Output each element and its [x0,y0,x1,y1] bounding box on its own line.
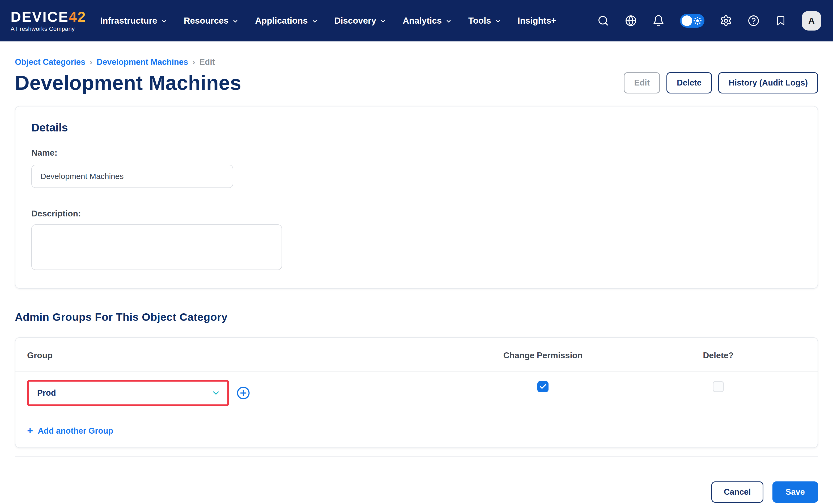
menu-item-infrastructure[interactable]: Infrastructure [100,16,167,26]
breadcrumb-separator: › [90,57,92,67]
menu-item-insights-plus[interactable]: Insights+ [518,16,556,26]
bookmark-icon[interactable] [775,15,786,26]
chevron-down-icon [495,18,501,24]
top-nav-bar: DEVICE42 A Freshworks Company Infrastruc… [0,0,833,42]
chevron-down-icon [211,388,220,398]
group-select[interactable]: Prod [29,382,228,404]
globe-icon[interactable] [625,15,637,27]
page-title: Development Machines [15,71,241,94]
menu-item-resources[interactable]: Resources [184,16,239,26]
help-icon[interactable] [747,15,760,27]
cancel-button[interactable]: Cancel [711,481,763,503]
delete-checkbox[interactable] [713,381,724,392]
change-permission-cell [455,380,630,392]
plus-circle-icon [236,386,250,400]
group-select-value: Prod [37,388,56,398]
details-divider [31,200,802,200]
name-input[interactable] [31,165,233,188]
page-actions: Edit Delete History (Audit Logs) [624,72,818,94]
history-audit-logs-button[interactable]: History (Audit Logs) [718,72,818,94]
menu-item-tools[interactable]: Tools [468,16,501,26]
add-another-group-link[interactable]: + Add another Group [27,426,113,436]
add-row: + Add another Group [16,417,817,448]
details-card: Details Name: Description: [15,106,818,289]
breadcrumb-development-machines[interactable]: Development Machines [97,57,188,67]
column-header-delete: Delete? [630,351,806,360]
add-group-button[interactable] [236,386,250,400]
add-another-group-label: Add another Group [38,426,113,436]
chevron-down-icon [161,18,167,24]
group-select-highlight: Prod [27,380,229,406]
chevron-down-icon [232,18,239,24]
plus-icon: + [27,426,33,436]
chevron-down-icon [446,18,452,24]
page-divider [15,456,818,457]
logo-tagline: A Freshworks Company [10,26,86,32]
menu-item-analytics[interactable]: Analytics [403,16,452,26]
breadcrumb: Object Categories › Development Machines… [15,57,818,67]
breadcrumb-current-edit: Edit [199,57,215,67]
delete-cell [630,380,806,392]
breadcrumb-separator: › [192,57,195,67]
main-menu: Infrastructure Resources Applications Di… [100,16,556,26]
table-header-row: Group Change Permission Delete? [16,338,817,371]
description-textarea[interactable] [31,224,282,270]
app-root: DEVICE42 A Freshworks Company Infrastruc… [0,0,833,504]
chevron-down-icon [380,18,386,24]
table-row: Prod [16,371,817,417]
bell-icon[interactable] [652,15,665,27]
edit-button[interactable]: Edit [624,72,660,94]
logo-accent-42: 42 [69,9,86,25]
details-heading: Details [31,121,802,134]
group-cell: Prod [27,380,455,406]
avatar[interactable]: A [802,11,821,30]
delete-button[interactable]: Delete [666,72,712,94]
menu-item-applications[interactable]: Applications [255,16,318,26]
breadcrumb-object-categories[interactable]: Object Categories [15,57,85,67]
chevron-down-icon [312,18,318,24]
save-button[interactable]: Save [772,481,818,503]
admin-groups-heading: Admin Groups For This Object Category [15,311,818,323]
description-label: Description: [31,209,802,219]
footer-actions: Cancel Save [15,481,818,504]
name-label: Name: [31,148,802,158]
device42-logo[interactable]: DEVICE42 A Freshworks Company [10,9,86,32]
nav-utility-icons: A [597,11,821,30]
gear-icon[interactable] [720,15,732,27]
checkmark-icon [539,383,547,390]
logo-wordmark: DEVICE42 [10,9,86,24]
main-content: Object Categories › Development Machines… [0,57,833,504]
page-header: Development Machines Edit Delete History… [15,71,818,94]
toggle-knob [682,16,692,26]
menu-item-discovery[interactable]: Discovery [334,16,386,26]
sun-icon [692,16,703,26]
admin-groups-table: Group Change Permission Delete? Prod [15,337,818,448]
theme-toggle[interactable] [680,14,705,28]
column-header-change-permission: Change Permission [455,351,630,360]
column-header-group: Group [27,351,455,360]
change-permission-checkbox[interactable] [538,381,548,392]
search-icon[interactable] [597,15,609,27]
